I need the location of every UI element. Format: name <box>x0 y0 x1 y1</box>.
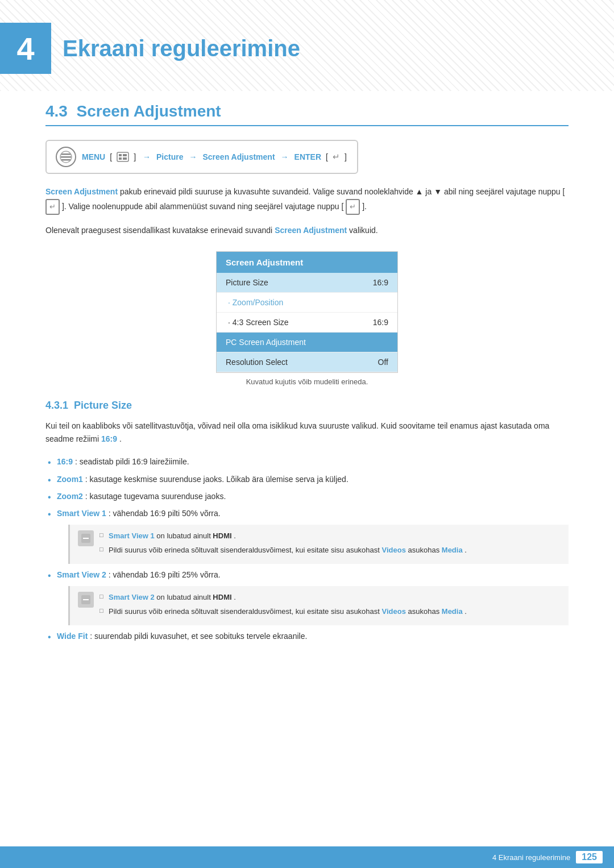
list-item-widefit: Wide Fit : suurendab pildi kuvasuhet, et… <box>45 630 569 642</box>
chapter-title: Ekraani reguleerimine <box>63 36 300 61</box>
menu-row-zoom-position: · Zoom/Position <box>217 293 397 313</box>
169-bold: 16:9 <box>101 434 117 443</box>
list-item-zoom1: Zoom1 : kasutage keskmise suurenduse jao… <box>45 473 569 485</box>
section-heading: 4.3 Screen Adjustment <box>45 102 569 126</box>
nav-arrow-1: → <box>143 152 151 161</box>
subsection-intro: Kui teil on kaabliboks või satellitvastu… <box>45 420 569 447</box>
list-item-zoom2: Zoom2 : kasutage tugevama suurenduse jao… <box>45 490 569 502</box>
note-smartview1: Smart View 1 on lubatud ainult HDMI . Pi… <box>68 525 569 564</box>
nav-enter-label: ENTER <box>294 152 321 161</box>
subsection-heading: 4.3.1 Picture Size <box>45 400 569 412</box>
footer-page-number: 125 <box>576 851 603 863</box>
nav-arrow-2: → <box>189 152 197 161</box>
subsection-431: 4.3.1 Picture Size Kui teil on kaablibok… <box>45 400 569 643</box>
list-item-smartview2: Smart View 2 : vähendab 16:9 pilti 25% v… <box>45 568 569 625</box>
nav-picture: Picture <box>156 152 183 161</box>
nav-arrow-3: → <box>281 152 289 161</box>
enter-btn-2: ↵ <box>346 199 360 215</box>
svg-rect-2 <box>61 159 71 161</box>
note-icon-1 <box>78 530 94 546</box>
menu-icon <box>56 147 76 167</box>
intro-paragraph: Screen Adjustment pakub erinevaid pildi … <box>45 185 569 215</box>
menu-box-header: Screen Adjustment <box>217 252 397 273</box>
intro-bold-term: Screen Adjustment <box>45 187 118 196</box>
menu-row-43-screen: · 4:3 Screen Size 16:9 <box>217 313 397 333</box>
nav-menu-label: MENU <box>82 152 105 161</box>
svg-rect-0 <box>61 153 71 155</box>
list-item-smartview1: Smart View 1 : vähendab 16:9 pilti 50% v… <box>45 507 569 564</box>
note-icon-2 <box>78 592 94 608</box>
picture-size-list: 16:9 : seadistab pildi 16:9 lairežiimile… <box>45 455 569 643</box>
intro-paragraph-2: Olenevalt praegusest sisendallikast kuva… <box>45 224 569 238</box>
menu-row-picture-size: Picture Size 16:9 <box>217 273 397 293</box>
svg-rect-6 <box>119 157 122 160</box>
svg-rect-7 <box>123 154 127 156</box>
menu-caption: Kuvatud kujutis võib mudeliti erineda. <box>45 377 569 386</box>
note-smartview2: Smart View 2 on lubatud ainult HDMI . Pi… <box>68 586 569 626</box>
menu-nav: MENU [ ] → Picture → Screen Adjustment →… <box>45 140 358 174</box>
chapter-number-box: 4 <box>0 23 51 74</box>
footer-text: 4 Ekraani reguleerimine <box>492 853 570 862</box>
screen-adj-bold-2: Screen Adjustment <box>275 226 347 235</box>
page-footer: 4 Ekraani reguleerimine 125 <box>0 846 614 868</box>
menu-box-container: Screen Adjustment Picture Size 16:9 · Zo… <box>45 251 569 373</box>
list-item-169: 16:9 : seadistab pildi 16:9 lairežiimile… <box>45 455 569 468</box>
note-content-2: Smart View 2 on lubatud ainult HDMI . Pi… <box>99 592 467 620</box>
screen-adjustment-menu: Screen Adjustment Picture Size 16:9 · Zo… <box>216 251 398 373</box>
nav-screen-adjustment: Screen Adjustment <box>202 152 275 161</box>
menu-row-resolution-select: Resolution Select Off <box>217 352 397 372</box>
chapter-number: 4 <box>16 30 34 67</box>
enter-btn-1: ↵ <box>45 199 60 215</box>
svg-rect-8 <box>123 157 127 160</box>
menu-row-pc-screen: PC Screen Adjustment <box>217 333 397 352</box>
note-content-1: Smart View 1 on lubatud ainult HDMI . Pi… <box>99 530 467 559</box>
svg-rect-1 <box>61 156 71 158</box>
svg-rect-5 <box>119 154 122 156</box>
svg-rect-4 <box>117 152 128 161</box>
